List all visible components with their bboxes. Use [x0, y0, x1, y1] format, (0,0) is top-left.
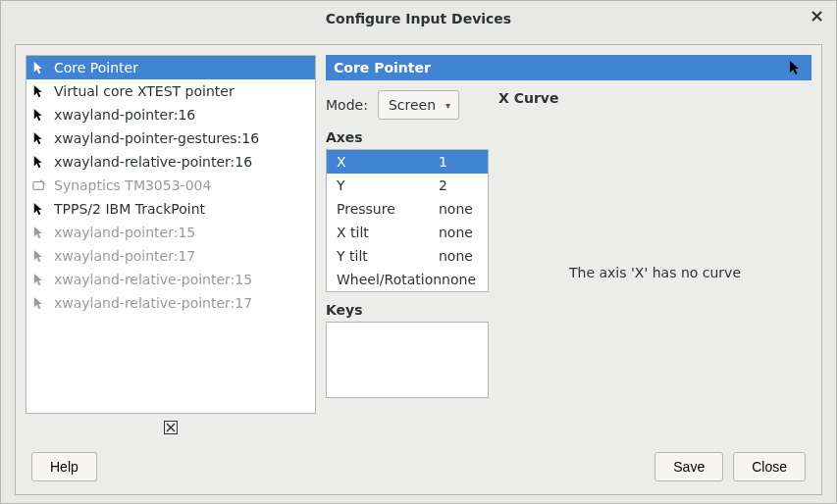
device-label: Synaptics TM3053-004	[54, 177, 211, 193]
mode-value: Screen	[389, 97, 436, 113]
device-label: xwayland-pointer:15	[54, 225, 195, 240]
axis-name: Wheel/Rotation	[337, 272, 442, 287]
axis-name: X	[337, 154, 439, 170]
device-label: xwayland-pointer-gestures:16	[54, 130, 259, 146]
axis-value: none	[439, 201, 478, 217]
axis-value: none	[439, 248, 478, 264]
device-label: Virtual core XTEST pointer	[54, 83, 235, 99]
cursor-icon	[32, 249, 46, 263]
axes-row[interactable]: X1	[327, 150, 488, 174]
detail-header: Core Pointer	[326, 55, 811, 80]
svg-rect-0	[33, 182, 44, 190]
detail-pane: Core Pointer Mode: Screen ▾	[326, 55, 811, 439]
cursor-icon	[32, 273, 46, 286]
axes-row[interactable]: Wheel/Rotationnone	[327, 268, 488, 291]
device-label: xwayland-pointer:17	[54, 248, 195, 264]
keys-label: Keys	[326, 302, 489, 318]
device-label: Core Pointer	[54, 60, 138, 76]
axis-value: 1	[439, 154, 478, 170]
cursor-icon	[32, 226, 46, 239]
device-row[interactable]: TPPS/2 IBM TrackPoint	[26, 197, 315, 221]
content-frame: Core PointerVirtual core XTEST pointerxw…	[15, 44, 822, 495]
device-pane: Core PointerVirtual core XTEST pointerxw…	[26, 55, 316, 439]
device-list-footer	[26, 416, 316, 439]
axes-table[interactable]: X1Y2PressurenoneX tiltnoneY tiltnoneWhee…	[326, 149, 489, 292]
chevron-down-icon: ▾	[445, 100, 450, 111]
curve-text: The axis 'X' has no curve	[569, 265, 741, 280]
axes-row[interactable]: X tiltnone	[327, 221, 488, 244]
help-button[interactable]: Help	[31, 452, 97, 481]
device-label: xwayland-relative-pointer:15	[54, 272, 252, 287]
axis-name: Y	[337, 177, 439, 193]
device-row[interactable]: xwayland-pointer:17	[26, 244, 315, 268]
cursor-icon	[32, 108, 46, 122]
device-label: xwayland-relative-pointer:17	[54, 295, 252, 311]
device-row[interactable]: xwayland-relative-pointer:15	[26, 268, 315, 291]
props-column: Mode: Screen ▾ Axes X1Y2PressurenoneX ti…	[326, 90, 489, 439]
keys-box[interactable]	[326, 322, 489, 398]
window-title: Configure Input Devices	[326, 11, 511, 26]
device-row[interactable]: Synaptics TM3053-004	[26, 174, 315, 197]
device-row[interactable]: Core Pointer	[26, 56, 315, 79]
device-label: xwayland-relative-pointer:16	[54, 154, 252, 170]
curve-title: X Curve	[498, 90, 811, 106]
close-icon[interactable]: ×	[810, 7, 824, 25]
cursor-icon	[32, 296, 46, 310]
cursor-icon	[32, 61, 46, 75]
mode-combo[interactable]: Screen ▾	[378, 90, 459, 120]
device-label: TPPS/2 IBM TrackPoint	[54, 201, 205, 217]
device-row[interactable]: xwayland-pointer:16	[26, 103, 315, 126]
axes-label: Axes	[326, 129, 489, 145]
axes-row[interactable]: Y2	[327, 174, 488, 197]
device-row[interactable]: xwayland-relative-pointer:16	[26, 150, 315, 174]
cursor-icon	[32, 202, 46, 216]
axis-name: Pressure	[337, 201, 439, 217]
detail-title: Core Pointer	[334, 60, 431, 76]
device-row[interactable]: xwayland-pointer:15	[26, 221, 315, 244]
hsplit: Core PointerVirtual core XTEST pointerxw…	[26, 55, 811, 439]
cursor-icon	[32, 155, 46, 169]
titlebar: Configure Input Devices ×	[1, 1, 836, 36]
button-bar: Help Save Close	[26, 439, 811, 494]
device-row[interactable]: Virtual core XTEST pointer	[26, 79, 315, 103]
device-row[interactable]: xwayland-pointer-gestures:16	[26, 126, 315, 150]
curve-body: The axis 'X' has no curve	[498, 106, 811, 439]
axis-value: none	[442, 272, 478, 287]
save-button[interactable]: Save	[654, 452, 723, 481]
cursor-icon	[32, 84, 46, 98]
device-row[interactable]: xwayland-relative-pointer:17	[26, 291, 315, 315]
detail-body: Mode: Screen ▾ Axes X1Y2PressurenoneX ti…	[326, 80, 811, 439]
tablet-icon	[32, 178, 46, 192]
cursor-icon	[32, 131, 46, 145]
button-group-right: Save Close	[654, 452, 806, 481]
device-label: xwayland-pointer:16	[54, 107, 195, 123]
mode-row: Mode: Screen ▾	[326, 90, 489, 120]
axis-value: 2	[439, 177, 478, 193]
axis-name: Y tilt	[337, 248, 439, 264]
close-button[interactable]: Close	[733, 452, 806, 481]
cursor-icon	[788, 60, 804, 76]
curve-column: X Curve The axis 'X' has no curve	[498, 90, 811, 439]
axis-value: none	[439, 225, 478, 240]
axes-row[interactable]: Pressurenone	[327, 197, 488, 221]
device-list[interactable]: Core PointerVirtual core XTEST pointerxw…	[26, 55, 316, 414]
window: Configure Input Devices × Core PointerVi…	[0, 0, 837, 504]
mode-label: Mode:	[326, 97, 368, 113]
axis-name: X tilt	[337, 225, 439, 240]
placeholder-icon	[164, 421, 178, 434]
axes-row[interactable]: Y tiltnone	[327, 244, 488, 268]
